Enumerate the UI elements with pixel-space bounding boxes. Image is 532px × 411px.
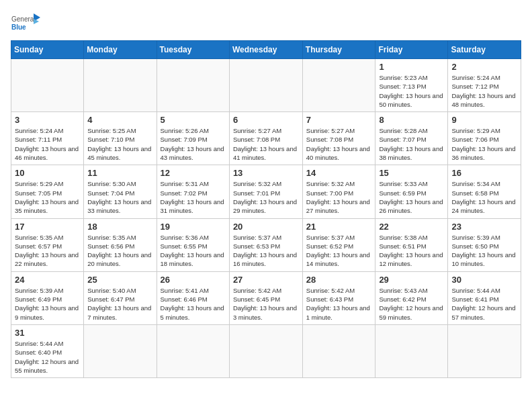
day-number: 21 [306,222,372,232]
day-number: 31 [15,328,80,338]
calendar-header-saturday: Saturday [448,41,521,59]
day-info: Sunrise: 5:30 AM Sunset: 7:04 PM Dayligh… [87,179,152,215]
day-number: 19 [161,222,226,232]
calendar-cell: 19Sunrise: 5:36 AM Sunset: 6:55 PM Dayli… [157,218,229,271]
calendar-cell: 6Sunrise: 5:27 AM Sunset: 7:08 PM Daylig… [229,112,302,165]
day-info: Sunrise: 5:39 AM Sunset: 6:50 PM Dayligh… [451,233,517,269]
calendar-table: SundayMondayTuesdayWednesdayThursdayFrid… [11,40,521,378]
day-number: 30 [451,275,517,285]
day-number: 15 [379,168,444,178]
day-number: 10 [15,168,80,178]
day-number: 12 [161,168,226,178]
calendar-cell: 16Sunrise: 5:34 AM Sunset: 6:58 PM Dayli… [448,165,521,218]
day-number: 2 [451,62,517,72]
day-number: 29 [379,275,444,285]
day-number: 5 [161,115,226,125]
calendar-cell: 10Sunrise: 5:29 AM Sunset: 7:05 PM Dayli… [11,165,84,218]
calendar-cell: 1Sunrise: 5:23 AM Sunset: 7:13 PM Daylig… [375,59,448,112]
calendar-cell: 23Sunrise: 5:39 AM Sunset: 6:50 PM Dayli… [448,218,521,271]
calendar-header-monday: Monday [84,41,157,59]
calendar-cell: 7Sunrise: 5:27 AM Sunset: 7:08 PM Daylig… [302,112,375,165]
day-info: Sunrise: 5:33 AM Sunset: 6:59 PM Dayligh… [379,179,444,215]
day-info: Sunrise: 5:35 AM Sunset: 6:57 PM Dayligh… [15,233,80,269]
calendar-cell: 11Sunrise: 5:30 AM Sunset: 7:04 PM Dayli… [84,165,157,218]
calendar-cell: 4Sunrise: 5:25 AM Sunset: 7:10 PM Daylig… [84,112,157,165]
calendar-cell: 30Sunrise: 5:44 AM Sunset: 6:41 PM Dayli… [448,271,521,324]
calendar-cell [229,324,302,377]
day-info: Sunrise: 5:29 AM Sunset: 7:05 PM Dayligh… [15,179,80,215]
calendar-cell: 29Sunrise: 5:43 AM Sunset: 6:42 PM Dayli… [375,271,448,324]
day-info: Sunrise: 5:41 AM Sunset: 6:46 PM Dayligh… [161,286,226,322]
calendar-cell [375,324,448,377]
calendar-cell: 14Sunrise: 5:32 AM Sunset: 7:00 PM Dayli… [302,165,375,218]
day-info: Sunrise: 5:37 AM Sunset: 6:53 PM Dayligh… [233,233,299,269]
calendar-cell [302,59,375,112]
calendar-header-tuesday: Tuesday [157,41,229,59]
day-info: Sunrise: 5:31 AM Sunset: 7:02 PM Dayligh… [161,179,226,215]
calendar-cell [448,324,521,377]
calendar-cell: 8Sunrise: 5:28 AM Sunset: 7:07 PM Daylig… [375,112,448,165]
day-number: 11 [87,168,152,178]
calendar-cell: 27Sunrise: 5:42 AM Sunset: 6:45 PM Dayli… [229,271,302,324]
day-number: 7 [306,115,372,125]
svg-text:General: General [11,15,36,23]
day-info: Sunrise: 5:43 AM Sunset: 6:42 PM Dayligh… [379,286,444,322]
day-number: 24 [15,275,80,285]
calendar-cell [157,59,229,112]
calendar-cell: 2Sunrise: 5:24 AM Sunset: 7:12 PM Daylig… [448,59,521,112]
calendar-header-friday: Friday [375,41,448,59]
day-number: 14 [306,168,372,178]
day-number: 25 [87,275,152,285]
day-number: 4 [87,115,152,125]
day-info: Sunrise: 5:35 AM Sunset: 6:56 PM Dayligh… [87,233,152,269]
day-info: Sunrise: 5:32 AM Sunset: 7:01 PM Dayligh… [233,179,299,215]
day-info: Sunrise: 5:34 AM Sunset: 6:58 PM Dayligh… [451,179,517,215]
calendar-cell: 5Sunrise: 5:26 AM Sunset: 7:09 PM Daylig… [157,112,229,165]
calendar-cell [302,324,375,377]
day-number: 22 [379,222,444,232]
calendar-cell: 22Sunrise: 5:38 AM Sunset: 6:51 PM Dayli… [375,218,448,271]
day-info: Sunrise: 5:39 AM Sunset: 6:49 PM Dayligh… [15,286,80,322]
day-info: Sunrise: 5:32 AM Sunset: 7:00 PM Dayligh… [306,179,372,215]
calendar-cell [84,59,157,112]
calendar-cell: 24Sunrise: 5:39 AM Sunset: 6:49 PM Dayli… [11,271,84,324]
day-number: 16 [451,168,517,178]
day-number: 28 [306,275,372,285]
calendar-cell: 3Sunrise: 5:24 AM Sunset: 7:11 PM Daylig… [11,112,84,165]
day-number: 17 [15,222,80,232]
day-info: Sunrise: 5:24 AM Sunset: 7:11 PM Dayligh… [15,126,80,162]
calendar-header-row: SundayMondayTuesdayWednesdayThursdayFrid… [11,41,521,59]
calendar-cell: 18Sunrise: 5:35 AM Sunset: 6:56 PM Dayli… [84,218,157,271]
calendar-cell: 25Sunrise: 5:40 AM Sunset: 6:47 PM Dayli… [84,271,157,324]
day-number: 1 [379,62,444,72]
day-info: Sunrise: 5:38 AM Sunset: 6:51 PM Dayligh… [379,233,444,269]
day-number: 9 [451,115,517,125]
calendar-cell [157,324,229,377]
day-info: Sunrise: 5:24 AM Sunset: 7:12 PM Dayligh… [451,73,517,109]
day-info: Sunrise: 5:44 AM Sunset: 6:40 PM Dayligh… [15,339,80,375]
calendar-cell: 12Sunrise: 5:31 AM Sunset: 7:02 PM Dayli… [157,165,229,218]
day-info: Sunrise: 5:36 AM Sunset: 6:55 PM Dayligh… [161,233,226,269]
calendar-cell: 9Sunrise: 5:29 AM Sunset: 7:06 PM Daylig… [448,112,521,165]
calendar-cell: 26Sunrise: 5:41 AM Sunset: 6:46 PM Dayli… [157,271,229,324]
day-number: 18 [87,222,152,232]
day-number: 27 [233,275,299,285]
calendar-cell: 21Sunrise: 5:37 AM Sunset: 6:52 PM Dayli… [302,218,375,271]
day-info: Sunrise: 5:25 AM Sunset: 7:10 PM Dayligh… [87,126,152,162]
calendar-header-thursday: Thursday [302,41,375,59]
logo-svg: General Blue [11,11,40,35]
day-info: Sunrise: 5:23 AM Sunset: 7:13 PM Dayligh… [379,73,444,109]
calendar-cell [229,59,302,112]
logo: General Blue [11,11,40,35]
day-number: 3 [15,115,80,125]
day-info: Sunrise: 5:40 AM Sunset: 6:47 PM Dayligh… [87,286,152,322]
day-number: 26 [161,275,226,285]
calendar-cell: 28Sunrise: 5:42 AM Sunset: 6:43 PM Dayli… [302,271,375,324]
calendar-cell: 20Sunrise: 5:37 AM Sunset: 6:53 PM Dayli… [229,218,302,271]
day-info: Sunrise: 5:29 AM Sunset: 7:06 PM Dayligh… [451,126,517,162]
day-info: Sunrise: 5:44 AM Sunset: 6:41 PM Dayligh… [451,286,517,322]
day-number: 23 [451,222,517,232]
calendar-cell: 15Sunrise: 5:33 AM Sunset: 6:59 PM Dayli… [375,165,448,218]
day-info: Sunrise: 5:42 AM Sunset: 6:45 PM Dayligh… [233,286,299,322]
day-info: Sunrise: 5:42 AM Sunset: 6:43 PM Dayligh… [306,286,372,322]
